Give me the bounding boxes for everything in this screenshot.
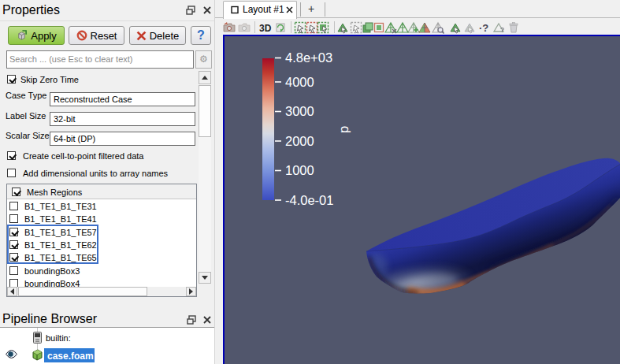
svg-text:1000: 1000	[285, 163, 314, 177]
svg-text:2000: 2000	[285, 134, 314, 148]
svg-text:3000: 3000	[285, 104, 314, 118]
svg-text:p: p	[336, 126, 351, 133]
svg-text:-4.0e-01: -4.0e-01	[285, 193, 333, 207]
svg-text:?: ?	[500, 26, 504, 34]
svg-text:4000: 4000	[285, 75, 314, 89]
svg-text:4.8e+03: 4.8e+03	[285, 50, 332, 65]
